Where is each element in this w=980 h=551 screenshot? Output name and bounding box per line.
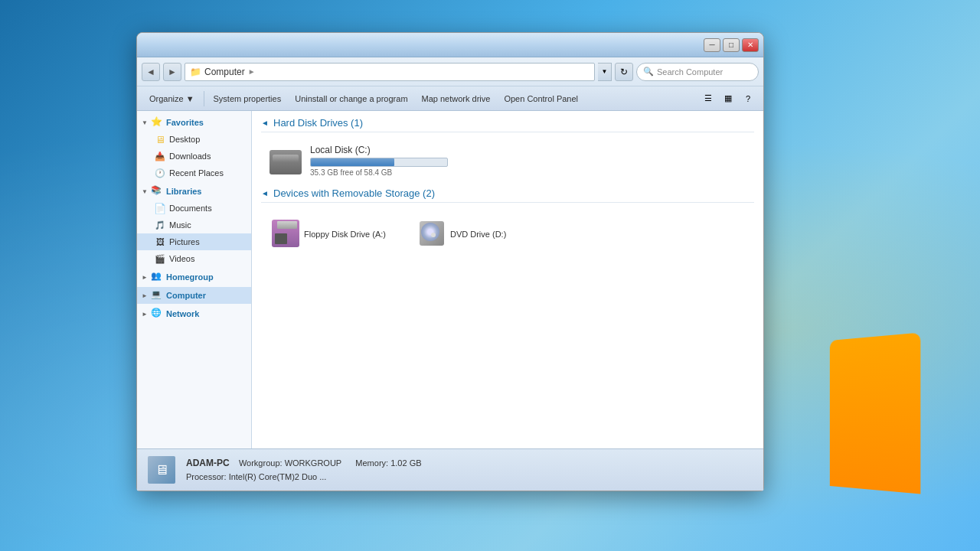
homegroup-icon: 👥: [151, 271, 163, 283]
toolbar-separator-1: [204, 91, 204, 106]
main-content: ▼ ⭐ Favorites 🖥 Desktop 📥 Downloads 🕐 Re…: [137, 111, 763, 448]
favorites-header[interactable]: ▼ ⭐ Favorites: [137, 114, 251, 131]
sidebar-item-pictures[interactable]: 🖼 Pictures: [137, 233, 251, 250]
pc-icon: 🖥: [148, 456, 175, 484]
control-panel-button[interactable]: Open Control Panel: [498, 90, 584, 108]
homegroup-header[interactable]: ► 👥 Homegroup: [137, 269, 251, 285]
close-button[interactable]: ✕: [742, 38, 759, 52]
help-button[interactable]: ?: [739, 90, 757, 108]
uninstall-button[interactable]: Uninstall or change a program: [289, 90, 413, 108]
libraries-section: ▼ 📚 Libraries 📄 Documents 🎵 Music 🖼 Pict…: [137, 183, 251, 267]
back-button[interactable]: ◄: [142, 63, 160, 81]
maximize-button[interactable]: □: [723, 38, 740, 52]
downloads-label: Downloads: [169, 152, 211, 161]
libraries-header[interactable]: ▼ 📚 Libraries: [137, 183, 251, 200]
network-section: ► 🌐 Network: [137, 305, 251, 322]
computer-header[interactable]: ► 💻 Computer: [137, 287, 251, 304]
address-folder-icon: 📁: [190, 67, 201, 77]
search-icon: 🔍: [643, 67, 654, 77]
minimize-button[interactable]: ─: [704, 38, 720, 52]
floppy-drive-item[interactable]: Floppy Disk Drive (A:): [267, 215, 390, 252]
workgroup-label: Workgroup:: [239, 458, 283, 468]
view-buttons: ☰ ▦ ?: [699, 90, 757, 108]
memory-label: Memory:: [355, 458, 388, 468]
hdd-shine: [273, 155, 299, 162]
layout-button[interactable]: ▦: [719, 90, 737, 108]
computer-icon: 💻: [151, 289, 163, 302]
hdd-body: [270, 150, 302, 174]
dvd-item-row: DVD Drive (D:): [418, 220, 506, 247]
sidebar-item-recent-places[interactable]: 🕐 Recent Places: [137, 165, 251, 181]
status-line-1: ADAM-PC Workgroup: WORKGROUP Memory: 1.0…: [186, 456, 422, 471]
hard-disk-section-title[interactable]: Hard Disk Drives (1): [273, 117, 363, 129]
floppy-label: Floppy Disk Drive (A:): [304, 230, 386, 239]
removable-items-container: Floppy Disk Drive (A:) DVD: [261, 210, 754, 256]
refresh-button[interactable]: ↻: [615, 63, 633, 81]
recent-places-icon: 🕐: [154, 167, 166, 179]
processor-value: Intel(R) Core(TM)2 Duo ...: [229, 472, 327, 481]
address-box[interactable]: 📁 Computer ►: [185, 63, 595, 81]
local-disk-name: Local Disk (C:): [310, 145, 748, 155]
local-disk-item[interactable]: Local Disk (C:) 35.3 GB free of 58.4 GB: [261, 140, 754, 181]
memory-value: 1.02 GB: [390, 458, 421, 468]
forward-button[interactable]: ►: [163, 63, 181, 81]
floppy-metal: [277, 221, 297, 229]
favorites-section: ▼ ⭐ Favorites 🖥 Desktop 📥 Downloads 🕐 Re…: [137, 114, 251, 181]
computer-label: Computer: [166, 291, 206, 300]
view-toggle-button[interactable]: ☰: [699, 90, 717, 108]
videos-folder-icon: 🎬: [154, 253, 166, 265]
pictures-folder-icon: 🖼: [154, 236, 166, 248]
organize-label: Organize: [149, 94, 184, 103]
sidebar-item-desktop[interactable]: 🖥 Desktop: [137, 131, 251, 148]
network-header[interactable]: ► 🌐 Network: [137, 305, 251, 322]
dvd-drive-item[interactable]: DVD Drive (D:): [413, 215, 511, 252]
hdd-icon: [270, 147, 302, 174]
system-properties-button[interactable]: System properties: [207, 90, 288, 108]
map-network-button[interactable]: Map network drive: [416, 90, 497, 108]
homegroup-arrow: ►: [142, 274, 149, 281]
network-arrow: ►: [142, 311, 149, 318]
organize-button[interactable]: Organize ▼: [143, 90, 201, 108]
libraries-icon: 📚: [151, 185, 163, 197]
dvd-icon: [418, 220, 446, 247]
music-label: Music: [169, 220, 191, 230]
pc-icon-area: 🖥: [146, 455, 177, 485]
local-disk-icon-area: [267, 145, 304, 176]
address-dropdown-button[interactable]: ▼: [598, 63, 612, 81]
search-box[interactable]: 🔍 Search Computer: [636, 63, 759, 81]
toolbar: Organize ▼ System properties Uninstall o…: [137, 86, 763, 111]
homegroup-label: Homegroup: [166, 272, 214, 282]
sidebar-item-documents[interactable]: 📄 Documents: [137, 200, 251, 217]
documents-folder-icon: 📄: [154, 202, 166, 214]
dvd-hole: [431, 233, 436, 237]
processor-label: Processor:: [186, 472, 227, 481]
documents-label: Documents: [169, 204, 212, 213]
disk-progress-fill: [311, 158, 394, 166]
sidebar-item-downloads[interactable]: 📥 Downloads: [137, 148, 251, 165]
sidebar-item-videos[interactable]: 🎬 Videos: [137, 250, 251, 267]
window-controls: ─ □ ✕: [704, 38, 759, 52]
removable-section-header: ◄ Devices with Removable Storage (2): [261, 187, 754, 203]
local-disk-info: Local Disk (C:) 35.3 GB free of 58.4 GB: [310, 145, 748, 177]
content-area: ◄ Hard Disk Drives (1) Local Disk (C:): [252, 111, 763, 448]
pictures-label: Pictures: [169, 237, 200, 246]
computer-name: ADAM-PC: [186, 458, 230, 468]
address-arrow: ►: [248, 67, 256, 76]
search-placeholder: Search Computer: [657, 67, 723, 77]
homegroup-section: ► 👥 Homegroup: [137, 269, 251, 285]
disk-progress-bg: [310, 158, 448, 167]
network-label: Network: [166, 309, 199, 318]
downloads-folder-icon: 📥: [154, 150, 166, 162]
dvd-label: DVD Drive (D:): [450, 230, 506, 239]
sidebar: ▼ ⭐ Favorites 🖥 Desktop 📥 Downloads 🕐 Re…: [137, 111, 252, 448]
sidebar-item-music[interactable]: 🎵 Music: [137, 217, 251, 233]
removable-section-title[interactable]: Devices with Removable Storage (2): [273, 187, 435, 199]
floppy-icon: [272, 220, 299, 247]
title-bar: ─ □ ✕: [137, 33, 763, 57]
computer-section: ► 💻 Computer: [137, 287, 251, 304]
explorer-window: ─ □ ✕ ◄ ► 📁 Computer ► ▼ ↻ 🔍 Search Comp…: [136, 32, 764, 491]
favorites-star-icon: ⭐: [151, 116, 163, 129]
desktop-folder-icon: 🖥: [154, 133, 166, 145]
removable-storage-section: ◄ Devices with Removable Storage (2) Flo…: [261, 187, 754, 256]
favorites-arrow: ▼: [142, 119, 149, 126]
